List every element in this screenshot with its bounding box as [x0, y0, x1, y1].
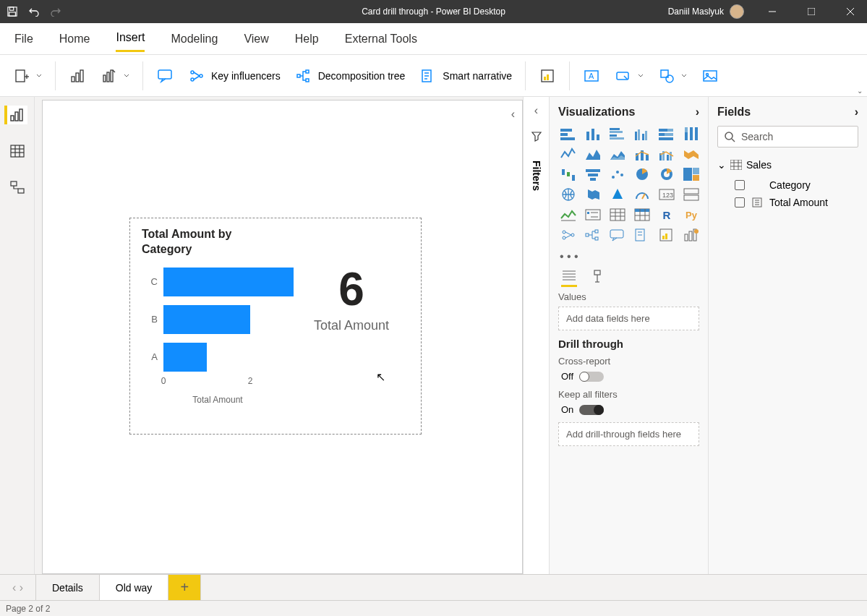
model-view-button[interactable]: [6, 178, 29, 197]
bar[interactable]: [163, 268, 294, 296]
text-box-button[interactable]: A: [577, 64, 606, 87]
svg-rect-53: [610, 128, 620, 130]
page-tab-details[interactable]: Details: [36, 575, 100, 600]
field-total-amount[interactable]: Total Amount: [717, 194, 858, 211]
undo-icon[interactable]: [27, 5, 40, 18]
matrix-icon[interactable]: [632, 207, 652, 223]
close-button[interactable]: [834, 0, 867, 23]
report-view-button[interactable]: [4, 106, 27, 124]
new-visual-button[interactable]: [63, 64, 92, 87]
save-icon[interactable]: [6, 5, 19, 18]
checkbox[interactable]: [735, 197, 745, 208]
tab-insert[interactable]: Insert: [116, 25, 145, 52]
card-icon[interactable]: 123: [657, 187, 677, 202]
tab-view[interactable]: View: [244, 27, 268, 51]
minimize-button[interactable]: [756, 0, 789, 23]
drill-fields-well[interactable]: Add drill-through fields here: [558, 422, 699, 446]
user-account[interactable]: Daniil Maslyuk: [668, 4, 750, 19]
line-chart-icon[interactable]: [558, 146, 578, 162]
filled-map-icon[interactable]: [583, 187, 603, 202]
bar[interactable]: [163, 305, 250, 334]
add-page-button[interactable]: +: [168, 575, 201, 600]
area-chart-icon[interactable]: [583, 146, 603, 162]
buttons-button[interactable]: [609, 64, 649, 87]
collapse-chevron-icon[interactable]: ›: [696, 106, 699, 119]
map-icon[interactable]: [558, 187, 578, 202]
line-clustered-column-icon[interactable]: [657, 146, 677, 162]
paginated-viz-icon[interactable]: [657, 227, 677, 243]
table-icon[interactable]: [607, 207, 628, 223]
gauge-icon[interactable]: [632, 187, 652, 202]
multi-row-card-icon[interactable]: [681, 187, 701, 202]
ribbon-chart-icon[interactable]: [681, 146, 701, 162]
stacked-area-icon[interactable]: [607, 146, 628, 162]
values-drop-well[interactable]: Add data fields here: [558, 307, 699, 330]
collapse-chevron-icon[interactable]: ›: [855, 106, 858, 119]
collapse-chevron-icon[interactable]: ‹: [511, 108, 515, 121]
slicer-icon[interactable]: [583, 207, 603, 223]
card-visual[interactable]: 6 Total Amount: [294, 263, 409, 405]
page-tab-old-way[interactable]: Old way: [100, 575, 169, 600]
expand-filters-chevron-icon[interactable]: ‹: [534, 104, 538, 117]
format-tab-icon[interactable]: [590, 269, 605, 287]
azure-map-icon[interactable]: [607, 187, 628, 202]
r-visual-icon[interactable]: R: [657, 207, 677, 223]
shapes-button[interactable]: [652, 64, 693, 87]
kpi-icon[interactable]: [558, 207, 578, 223]
stacked-bar-icon[interactable]: [558, 126, 578, 142]
avatar-icon: [730, 4, 744, 19]
decomposition-viz-icon[interactable]: [583, 227, 603, 243]
bar[interactable]: [163, 343, 207, 372]
donut-icon[interactable]: [657, 166, 677, 182]
waterfall-icon[interactable]: [558, 166, 578, 182]
fields-table-sales[interactable]: ⌄ Sales: [717, 159, 858, 171]
tab-external-tools[interactable]: External Tools: [345, 27, 417, 51]
fields-search-input[interactable]: Search: [717, 126, 858, 147]
tab-home[interactable]: Home: [59, 27, 90, 51]
paginated-report-button[interactable]: [533, 64, 562, 87]
stacked-column-icon[interactable]: [583, 126, 603, 142]
cross-report-toggle[interactable]: [579, 372, 604, 382]
filters-pane-collapsed[interactable]: ‹ Filters: [523, 97, 549, 574]
tab-modeling[interactable]: Modeling: [171, 27, 218, 51]
clustered-bar-icon[interactable]: [607, 126, 628, 142]
field-category[interactable]: Category: [717, 176, 858, 194]
selected-visual[interactable]: Total Amount by Category C B A 0 2 Total…: [129, 218, 422, 435]
tab-help[interactable]: Help: [295, 27, 319, 51]
key-influencers-button[interactable]: Key influencers: [182, 64, 286, 87]
qa-viz-icon[interactable]: [607, 227, 628, 243]
new-page-button[interactable]: [7, 64, 48, 87]
treemap-icon[interactable]: [681, 166, 701, 182]
smart-narrative-button[interactable]: Smart narrative: [414, 64, 518, 87]
funnel-icon[interactable]: [583, 166, 603, 182]
keep-filters-toggle[interactable]: [579, 405, 604, 415]
python-visual-icon[interactable]: Py: [681, 207, 701, 223]
redo-icon[interactable]: [49, 5, 62, 18]
page-nav[interactable]: ‹ ›: [0, 575, 36, 600]
stacked-column-100-icon[interactable]: [681, 126, 701, 142]
bar-chart[interactable]: C B A 0 2 Total Amount: [142, 263, 294, 405]
viz-more-icon[interactable]: • • •: [558, 249, 699, 269]
line-stacked-column-icon[interactable]: [632, 146, 652, 162]
qa-button[interactable]: [150, 64, 179, 87]
clustered-column-icon[interactable]: [632, 126, 652, 142]
svg-rect-134: [594, 270, 600, 275]
stacked-bar-100-icon[interactable]: [657, 126, 677, 142]
get-more-visuals-icon[interactable]: [681, 227, 701, 243]
scatter-icon[interactable]: [607, 166, 628, 182]
pie-icon[interactable]: [632, 166, 652, 182]
data-view-button[interactable]: [6, 142, 29, 161]
maximize-button[interactable]: [795, 0, 828, 23]
speech-bubble-icon: [156, 67, 174, 85]
more-visuals-button[interactable]: [95, 64, 135, 87]
fields-tab-icon[interactable]: [561, 269, 577, 287]
field-label: Total Amount: [769, 197, 828, 208]
key-influencers-viz-icon[interactable]: [558, 227, 578, 243]
tab-file[interactable]: File: [14, 27, 33, 51]
checkbox[interactable]: [735, 180, 745, 190]
report-canvas[interactable]: ‹ Total Amount by Category C B A 0 2: [42, 100, 523, 574]
image-button[interactable]: [696, 64, 725, 87]
smart-narrative-viz-icon[interactable]: [632, 227, 652, 243]
ribbon-expand-chevron-icon[interactable]: ⌄: [857, 87, 863, 95]
decomposition-tree-button[interactable]: Decomposition tree: [289, 64, 411, 87]
